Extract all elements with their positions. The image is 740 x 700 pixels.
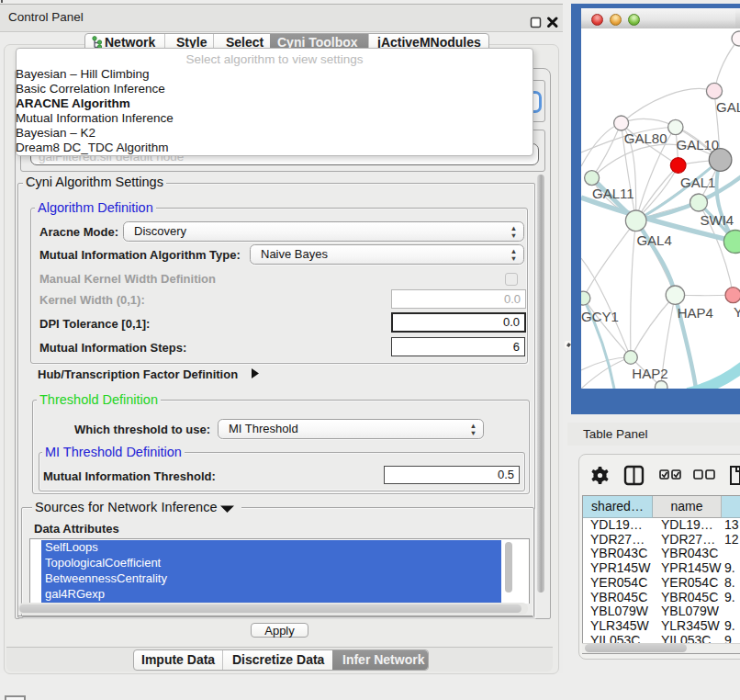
svg-text:GAL1: GAL1 [680, 175, 715, 190]
svg-text:GAL7: GAL7 [716, 99, 740, 115]
svg-text:HAP2: HAP2 [632, 366, 667, 381]
svg-text:GAL80: GAL80 [624, 130, 667, 146]
svg-text:GAL11: GAL11 [592, 186, 634, 201]
svg-text:SWI4: SWI4 [701, 212, 734, 228]
svg-text:GCY1: GCY1 [581, 309, 619, 324]
svg-text:Y: Y [734, 304, 740, 320]
svg-text:GAL10: GAL10 [677, 137, 720, 152]
svg-text:GAL4: GAL4 [636, 232, 671, 248]
svg-text:HAP4: HAP4 [678, 305, 713, 321]
